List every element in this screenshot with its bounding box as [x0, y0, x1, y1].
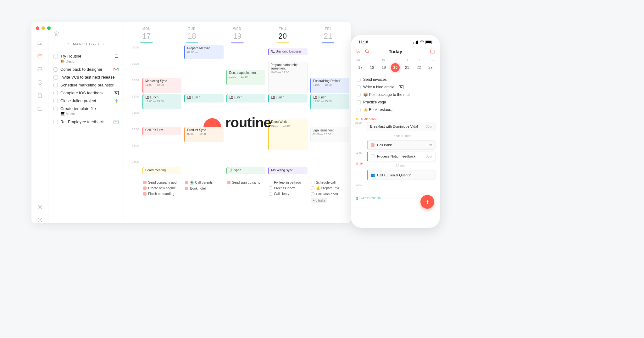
- task-checkbox[interactable]: [53, 120, 58, 124]
- calendar-event[interactable]: 🍱 Lunch: [268, 94, 307, 103]
- sidebar-task[interactable]: Schedule marketing brainstor...: [53, 81, 119, 89]
- calendar-event[interactable]: 📞 Branding Discussi: [268, 48, 307, 55]
- calendar-event[interactable]: Prepare partnership agreement10:00 — 12:…: [268, 62, 307, 93]
- sidebar-task[interactable]: Re: Employee feedback: [53, 118, 119, 126]
- clock-icon[interactable]: [37, 79, 43, 86]
- day-header[interactable]: MON17: [124, 22, 169, 45]
- folder-icon[interactable]: [37, 106, 43, 112]
- sidebar-task[interactable]: Close Julien project: [53, 97, 119, 105]
- date-button[interactable]: 22: [414, 63, 423, 72]
- calendar-event[interactable]: Board meeting: [142, 167, 181, 174]
- date-button[interactable]: 21: [403, 63, 412, 72]
- notes-icon[interactable]: [37, 92, 43, 99]
- date-button[interactable]: 19: [379, 63, 388, 72]
- close-window[interactable]: [36, 26, 39, 30]
- task-checkbox[interactable]: [269, 186, 272, 190]
- day-header[interactable]: FRI21: [305, 22, 351, 45]
- task-checkbox[interactable]: [53, 54, 58, 58]
- unscheduled-task[interactable]: Finish onboarding: [143, 191, 181, 197]
- prev-week[interactable]: ‹: [68, 42, 69, 47]
- date-button[interactable]: 18: [368, 63, 376, 72]
- task-checkbox[interactable]: [143, 181, 147, 184]
- task-checkbox[interactable]: [53, 67, 58, 72]
- task-checkbox[interactable]: [53, 91, 58, 95]
- sidebar-task[interactable]: Come back to designer: [53, 65, 119, 73]
- task-checkbox[interactable]: [311, 181, 314, 184]
- task-checkbox[interactable]: [143, 192, 147, 196]
- next-week[interactable]: ›: [103, 42, 105, 47]
- unscheduled-task[interactable]: Book hotel: [185, 186, 223, 191]
- calendar-event[interactable]: Marketing Sync: [268, 167, 307, 174]
- maximize-window[interactable]: [47, 26, 51, 30]
- calendar-event[interactable]: 🏃 Sport: [226, 167, 265, 174]
- task-checkbox[interactable]: [357, 93, 361, 97]
- unscheduled-task[interactable]: Fix leak in bathroo: [269, 180, 307, 185]
- calendar-event[interactable]: Fundraising Definiti11:00 — 12:00: [310, 78, 349, 93]
- calendar-icon[interactable]: [37, 53, 43, 59]
- date-button[interactable]: 20: [391, 63, 400, 72]
- unscheduled-task[interactable]: 💰 Prepare P&L: [311, 185, 349, 191]
- task-checkbox[interactable]: [357, 108, 361, 112]
- phone-task[interactable]: Send invoices: [355, 76, 436, 83]
- task-checkbox[interactable]: [53, 83, 58, 87]
- unscheduled-task[interactable]: Create new segme: [143, 185, 181, 191]
- calendar-event[interactable]: Marketing Sync11:00 — 12:00: [142, 78, 181, 93]
- calendar-event[interactable]: 🍱 Lunch12:00 — 13:00: [142, 94, 181, 109]
- dashboard-icon[interactable]: [37, 40, 43, 46]
- task-checkbox[interactable]: [53, 75, 58, 80]
- phone-task[interactable]: Practice yoga: [355, 98, 436, 106]
- task-checkbox[interactable]: [53, 99, 58, 103]
- task-checkbox[interactable]: [185, 187, 188, 190]
- task-checkbox[interactable]: [311, 186, 314, 190]
- timeline-task-current[interactable]: Process Notion feedback 30m: [367, 152, 436, 161]
- day-header[interactable]: THU20: [260, 22, 305, 45]
- unscheduled-task[interactable]: Send company upd: [143, 180, 181, 185]
- task-checkbox[interactable]: [357, 85, 361, 89]
- calendar-folder-icon[interactable]: [430, 49, 435, 54]
- unscheduled-task[interactable]: Call John abou: [311, 191, 349, 197]
- calendar-event[interactable]: 🍱 Lunch: [184, 94, 223, 103]
- add-button[interactable]: +: [420, 195, 434, 209]
- sidebar-task[interactable]: Complete iOS feedbackN: [53, 89, 119, 97]
- timeline-event[interactable]: Breakfast with Dominique Vidal 30m: [367, 122, 436, 131]
- sidebar-task[interactable]: Invite VCs to test next release: [53, 73, 119, 81]
- settings-icon[interactable]: [37, 204, 43, 210]
- task-checkbox[interactable]: [357, 100, 361, 104]
- task-checkbox[interactable]: [227, 181, 230, 184]
- task-checkbox[interactable]: [311, 192, 314, 196]
- timeline-task[interactable]: Call Bank 15m: [367, 140, 436, 150]
- unscheduled-task[interactable]: Call Henry: [269, 191, 307, 197]
- phone-task[interactable]: 🍝 Book restaurant: [355, 106, 436, 114]
- date-button[interactable]: 17: [356, 63, 365, 72]
- sidebar-task[interactable]: Create template file: [53, 105, 119, 113]
- inbox-icon[interactable]: [37, 66, 43, 72]
- minimize-window[interactable]: [42, 26, 45, 30]
- calendar-event[interactable]: Sign termsheet02:00 — 15:30: [310, 127, 349, 142]
- task-checkbox[interactable]: [143, 186, 147, 190]
- unscheduled-task[interactable]: Process Inbox: [269, 185, 307, 191]
- date-button[interactable]: 23: [426, 63, 435, 72]
- more-tasks[interactable]: + 3 tasks: [311, 198, 327, 203]
- stack-icon[interactable]: [356, 49, 361, 54]
- calendar-event[interactable]: Doctor appointment10:30 — 11:30: [226, 70, 265, 85]
- task-checkbox[interactable]: [269, 181, 272, 184]
- help-icon[interactable]: [37, 217, 43, 223]
- task-checkbox[interactable]: [269, 192, 272, 196]
- phone-task[interactable]: 📦 Post package to the mail: [355, 91, 436, 98]
- sidebar-task[interactable]: Try Routine☰: [53, 52, 119, 60]
- task-checkbox[interactable]: [53, 107, 58, 111]
- day-header[interactable]: TUE18: [169, 22, 214, 45]
- timeline-event[interactable]: 👥Call / Julien & Quentin: [367, 170, 436, 180]
- unscheduled-task[interactable]: 👫 Call parents: [185, 180, 223, 186]
- calendar-event[interactable]: 🍱 Lunch12:00 — 13:00: [310, 94, 349, 109]
- task-checkbox[interactable]: [185, 181, 188, 184]
- unscheduled-task[interactable]: Send sign up camp: [227, 180, 265, 185]
- unscheduled-task[interactable]: Schedule call: [311, 180, 349, 185]
- calendar-event[interactable]: Call PR Firm: [142, 127, 181, 135]
- calendar-event[interactable]: 🍱 Lunch: [226, 94, 265, 103]
- phone-task[interactable]: Write a blog articleN: [355, 83, 436, 91]
- calendar-event[interactable]: Prepare Meeting09:00 — ...: [184, 45, 223, 59]
- search-icon[interactable]: [365, 49, 370, 54]
- task-checkbox[interactable]: [357, 78, 361, 82]
- day-header[interactable]: WED19: [214, 22, 260, 45]
